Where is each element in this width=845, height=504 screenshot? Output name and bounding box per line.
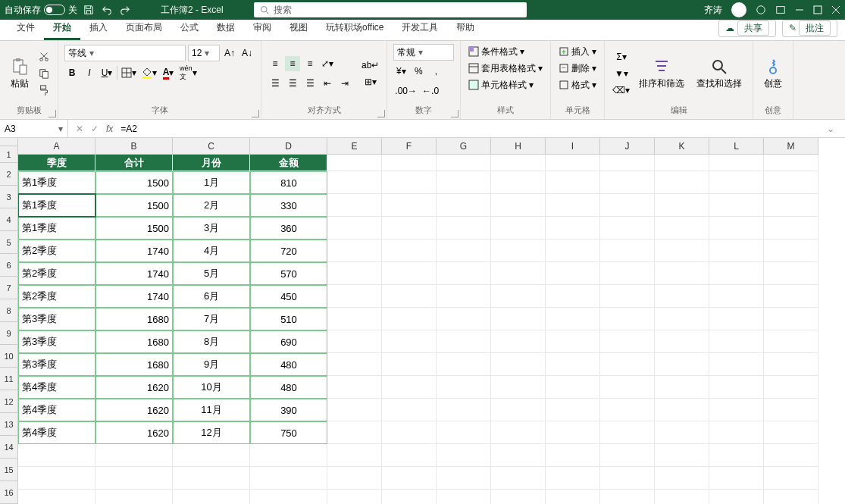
cell[interactable] <box>655 171 709 194</box>
cell[interactable] <box>709 194 764 217</box>
cell[interactable] <box>600 285 655 308</box>
currency-icon[interactable]: ¥▾ <box>393 64 408 79</box>
tab-数据[interactable]: 数据 <box>208 17 244 40</box>
cell[interactable] <box>437 444 491 467</box>
cell[interactable] <box>600 308 655 330</box>
merge-button[interactable]: ⊞▾ <box>360 74 380 89</box>
cell[interactable] <box>437 194 491 217</box>
cell[interactable] <box>600 239 655 262</box>
cell[interactable] <box>600 421 655 444</box>
tab-开发工具[interactable]: 开发工具 <box>393 17 447 40</box>
cell[interactable] <box>655 330 709 353</box>
align-center-icon[interactable]: ☰ <box>285 76 300 91</box>
cell-quarter[interactable]: 第2季度 <box>18 239 95 262</box>
cell[interactable] <box>764 330 818 353</box>
user-name[interactable]: 齐涛 <box>704 4 722 17</box>
maximize-icon[interactable] <box>813 5 822 14</box>
cell[interactable] <box>491 353 546 376</box>
search-box[interactable]: 搜索 <box>254 2 527 17</box>
cell-total[interactable]: 1620 <box>95 399 173 421</box>
cell[interactable] <box>437 239 491 262</box>
cell-amount[interactable]: 450 <box>250 285 327 308</box>
table-header-cell[interactable]: 季度 <box>18 155 95 171</box>
share-button[interactable]: ☁ 共享 <box>718 20 775 37</box>
row-header[interactable]: 11 <box>0 368 18 390</box>
comments-button[interactable]: ✎ 批注 <box>782 20 837 37</box>
tab-玩转职场office[interactable]: 玩转职场office <box>317 17 393 40</box>
cell[interactable] <box>437 171 491 194</box>
cancel-formula-icon[interactable]: ✕ <box>76 124 83 134</box>
cell[interactable] <box>327 444 382 467</box>
row-header[interactable]: 16 <box>0 481 18 504</box>
tab-视图[interactable]: 视图 <box>280 17 317 40</box>
cell-amount[interactable]: 360 <box>250 217 327 239</box>
increase-indent-icon[interactable]: ⇥ <box>337 76 352 91</box>
cell[interactable] <box>600 376 655 399</box>
cell-amount[interactable]: 750 <box>250 421 327 444</box>
cell-total[interactable]: 1620 <box>95 376 173 399</box>
cell-month[interactable]: 4月 <box>173 239 250 262</box>
cell[interactable] <box>600 490 655 504</box>
cell-month[interactable]: 1月 <box>173 171 250 194</box>
cell[interactable] <box>95 467 173 490</box>
save-icon[interactable] <box>83 5 94 15</box>
row-header[interactable]: 2 <box>0 163 18 186</box>
cell[interactable] <box>764 285 818 308</box>
cell[interactable] <box>709 239 764 262</box>
delete-cells-button[interactable]: −删除▾ <box>557 61 598 76</box>
cell[interactable] <box>764 194 818 217</box>
cell-quarter[interactable]: 第3季度 <box>18 353 95 376</box>
cell-total[interactable]: 1620 <box>95 421 173 444</box>
cell[interactable] <box>655 467 709 490</box>
fill-color-button[interactable]: ▾ <box>140 65 158 80</box>
cell-month[interactable]: 3月 <box>173 217 250 239</box>
cell[interactable] <box>491 239 546 262</box>
cell[interactable] <box>327 171 382 194</box>
cell[interactable] <box>437 262 491 285</box>
cell[interactable] <box>546 285 600 308</box>
cell[interactable] <box>709 171 764 194</box>
cell[interactable] <box>546 239 600 262</box>
cell-quarter[interactable]: 第4季度 <box>18 376 95 399</box>
cell[interactable] <box>18 444 95 467</box>
cell[interactable] <box>764 421 818 444</box>
cell[interactable] <box>437 399 491 421</box>
cell[interactable] <box>655 308 709 330</box>
cell[interactable] <box>173 467 250 490</box>
cell[interactable] <box>546 444 600 467</box>
cell-amount[interactable]: 330 <box>250 194 327 217</box>
cell-total[interactable]: 1500 <box>95 217 173 239</box>
column-header[interactable]: F <box>382 138 437 155</box>
cell[interactable] <box>764 155 818 171</box>
percent-icon[interactable]: % <box>411 64 426 79</box>
cell-quarter[interactable]: 第1季度 <box>18 194 95 217</box>
row-header[interactable]: 10 <box>0 345 18 368</box>
ideas-button[interactable]: 创意 <box>759 58 787 90</box>
cell[interactable] <box>327 262 382 285</box>
cell[interactable] <box>655 239 709 262</box>
cell[interactable] <box>327 217 382 239</box>
cell[interactable] <box>382 194 437 217</box>
cell[interactable] <box>327 330 382 353</box>
cell[interactable] <box>327 421 382 444</box>
cell-amount[interactable]: 810 <box>250 171 327 194</box>
formula-input[interactable]: =A2 <box>120 124 819 134</box>
cell[interactable] <box>546 308 600 330</box>
cell[interactable] <box>655 421 709 444</box>
table-header-cell[interactable]: 金额 <box>250 155 327 171</box>
cell[interactable] <box>491 399 546 421</box>
cell-total[interactable]: 1680 <box>95 330 173 353</box>
find-select-button[interactable]: 查找和选择 <box>692 58 746 90</box>
column-header[interactable]: L <box>709 138 764 155</box>
orientation-icon[interactable]: ⤢▾ <box>320 56 335 71</box>
cell[interactable] <box>382 155 437 171</box>
increase-font-icon[interactable]: A↑ <box>222 45 237 61</box>
align-middle-icon[interactable]: ≡ <box>285 56 300 71</box>
cell[interactable] <box>382 285 437 308</box>
cell[interactable] <box>382 490 437 504</box>
avatar[interactable] <box>731 2 746 17</box>
cell-month[interactable]: 8月 <box>173 330 250 353</box>
cell[interactable] <box>764 353 818 376</box>
sort-filter-button[interactable]: 排序和筛选 <box>634 58 689 90</box>
cell[interactable] <box>437 285 491 308</box>
